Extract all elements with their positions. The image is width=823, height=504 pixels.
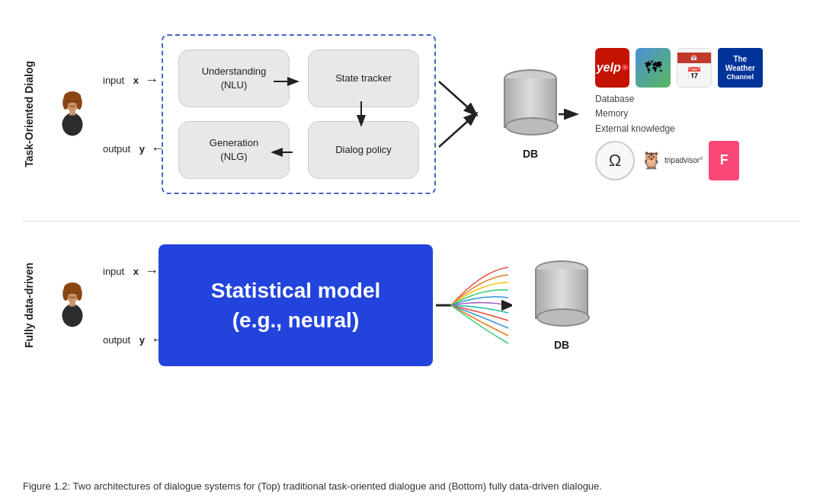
main-container: Task-Oriented Dialog — [0, 0, 823, 504]
svg-rect-5 — [69, 109, 75, 116]
services-info: Database Memory External knowledge — [595, 92, 763, 136]
to-db-arrows — [439, 34, 481, 194]
dialog-policy-box: Dialog policy — [308, 121, 419, 179]
bottom-output-label: output y ← — [103, 332, 152, 348]
db-to-services-arrow — [557, 103, 580, 126]
svg-line-11 — [439, 81, 476, 114]
db-bottom — [505, 117, 559, 136]
bottom-input-label: input x → — [103, 263, 152, 279]
svg-point-17 — [76, 287, 82, 301]
task-oriented-diagram: Understanding(NLU) State tracker Generat… — [155, 34, 436, 194]
bottom-db-body — [535, 270, 588, 319]
top-io-labels: input x → output y ← — [103, 46, 152, 183]
state-tracker-box: State tracker — [308, 49, 419, 107]
maps-logo: 🗺 — [636, 48, 670, 88]
foursquare-logo: F — [709, 141, 739, 180]
yelp-logo: yelp✳ — [595, 48, 629, 88]
statistical-model-box: Statistical model (e.g., neural) — [159, 244, 433, 366]
weather-logo: The Weather Channel — [718, 48, 763, 88]
exit-arrows-svg — [439, 34, 481, 194]
bottom-section-label: Fully data-driven — [23, 263, 38, 348]
neural-cables-area — [436, 256, 512, 355]
svg-rect-19 — [69, 300, 75, 307]
avatar-top — [50, 91, 95, 137]
avatar-bottom — [50, 282, 95, 328]
svg-point-18 — [62, 305, 83, 327]
top-db-label: DB — [523, 148, 538, 160]
wikipedia-logo: Ω — [595, 141, 635, 180]
calendar-logo: 📅 📅 — [677, 48, 712, 88]
svg-line-12 — [439, 114, 476, 147]
top-section-label: Task-Oriented Dialog — [23, 61, 38, 167]
top-section: Task-Oriented Dialog — [23, 15, 800, 213]
bottom-io-labels: input x → output y ← — [103, 237, 152, 374]
tripadvisor-logo: 🦉 tripadvisor° — [641, 151, 703, 171]
db-body — [504, 78, 557, 128]
svg-point-4 — [62, 113, 83, 136]
top-avatar-col — [46, 91, 99, 137]
top-db-col: DB — [504, 69, 557, 160]
dashed-box: Understanding(NLU) State tracker Generat… — [162, 34, 436, 194]
svg-point-3 — [76, 96, 82, 110]
neural-cables-svg — [436, 256, 512, 355]
figure-caption: Figure 1.2: Two architectures of dialogu… — [23, 479, 800, 495]
svg-point-16 — [62, 287, 69, 301]
section-divider — [23, 221, 800, 222]
top-input-label: input x → — [103, 72, 152, 88]
bottom-db-bottom — [536, 308, 590, 327]
services-bottom-logos: Ω 🦉 tripadvisor° F — [595, 141, 763, 180]
bottom-section: Fully data-driven input x → outpu — [23, 229, 800, 381]
db-services-arrow-svg — [557, 103, 580, 126]
services-col: yelp✳ 🗺 📅 📅 The Weather Channel — [595, 48, 763, 180]
svg-point-20 — [68, 292, 70, 295]
bottom-db-col: DB — [535, 260, 588, 351]
bottom-db-label: DB — [554, 339, 569, 351]
svg-point-6 — [68, 100, 70, 104]
top-output-label: output y ← — [103, 141, 152, 157]
svg-point-2 — [62, 96, 69, 110]
svg-point-7 — [75, 100, 77, 104]
svg-point-21 — [75, 292, 77, 295]
bottom-db-cylinder — [535, 260, 588, 325]
nlg-box: Generation(NLG) — [178, 121, 290, 179]
top-db-cylinder — [504, 69, 557, 134]
bottom-avatar-col — [46, 282, 99, 328]
nlu-box: Understanding(NLU) — [178, 49, 290, 107]
services-top-logos: yelp✳ 🗺 📅 📅 The Weather Channel — [595, 48, 763, 88]
